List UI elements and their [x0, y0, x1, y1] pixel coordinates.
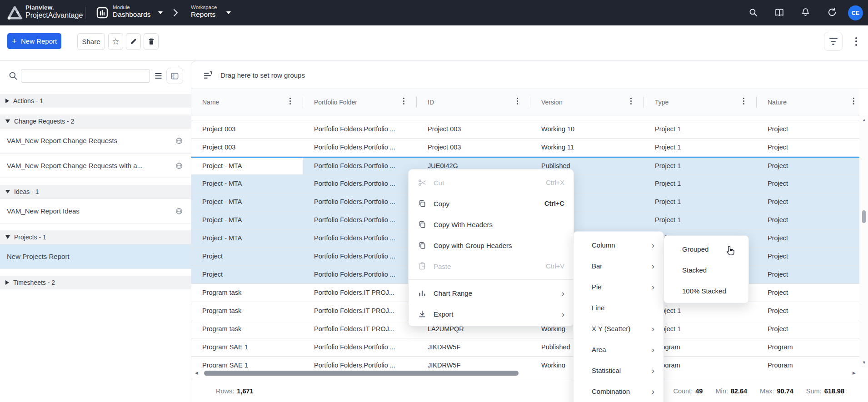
column-header-folder[interactable]: Portfolio Folder — [303, 89, 417, 115]
cell-id[interactable]: Project 003 — [417, 120, 530, 138]
cell-nature[interactable]: Project — [757, 229, 859, 247]
chart-menu-item-bar[interactable]: Bar› — [574, 255, 663, 276]
scroll-up-icon[interactable]: ▲ — [862, 118, 866, 122]
cell-name[interactable]: Project - MTA — [191, 229, 303, 247]
bell-icon[interactable] — [801, 7, 810, 17]
cell-name[interactable]: Program task — [191, 320, 303, 338]
favorite-button[interactable]: ☆ — [108, 33, 123, 50]
workspace-selector[interactable]: Workspace Reports — [191, 5, 217, 19]
chart-menu-item-statistical[interactable]: Statistical› — [574, 360, 663, 381]
chart-menu-item-combination[interactable]: Combination› — [574, 381, 663, 402]
cell-name[interactable]: Project — [191, 266, 303, 283]
context-menu-item-export[interactable]: Export› — [409, 303, 574, 324]
edit-button[interactable] — [126, 33, 141, 50]
list-menu-icon[interactable] — [154, 71, 163, 80]
cell-nature[interactable]: Project — [757, 320, 859, 338]
workspace-chevron-down-icon[interactable] — [226, 11, 231, 14]
delete-button[interactable] — [144, 33, 159, 50]
cell-folder[interactable]: Portfolio Folders.IT PROJ... — [303, 302, 417, 320]
cell-name[interactable]: Project - MTA — [191, 158, 303, 174]
cell-folder[interactable]: Portfolio Folders.IT PROJ... — [303, 284, 417, 302]
more-options-button[interactable] — [849, 34, 863, 49]
cell-type[interactable]: Project 1 — [644, 120, 757, 138]
cell-name[interactable]: Program task — [191, 284, 303, 302]
chevron-expanded-icon[interactable] — [5, 119, 10, 123]
column-menu-kebab-icon[interactable] — [289, 98, 291, 104]
column-menu-kebab-icon[interactable] — [517, 98, 518, 104]
chart-menu-item-column[interactable]: Column› — [574, 234, 663, 255]
vertical-scrollbar[interactable]: ▲ ▼ — [859, 115, 868, 367]
scroll-left-icon[interactable]: ◀ — [195, 371, 198, 375]
filter-button[interactable] — [824, 32, 843, 51]
table-row[interactable]: Project 003Portfolio Folders.Portfolio .… — [191, 120, 859, 139]
cell-type[interactable]: Project 1 — [644, 175, 757, 193]
chevron-expanded-icon[interactable] — [5, 235, 10, 239]
column-menu-kebab-icon[interactable] — [743, 98, 744, 104]
cell-name[interactable]: Project 003 — [191, 139, 303, 156]
cell-nature[interactable]: Project — [757, 120, 859, 138]
cell-version[interactable]: Working 11 — [530, 139, 644, 156]
cell-folder[interactable]: Portfolio Folders.Portfolio ... — [303, 175, 417, 193]
cell-folder[interactable]: Portfolio Folders.Portfolio ... — [303, 248, 417, 265]
cell-name[interactable]: Project 003 — [191, 120, 303, 138]
cell-nature[interactable]: Project — [757, 284, 859, 302]
cell-folder[interactable]: Portfolio Folders.Portfolio ... — [303, 211, 417, 229]
context-menu-item-paste[interactable]: PasteCtrl+V — [409, 256, 574, 277]
cell-folder[interactable]: Portfolio Folders.IT PROJ... — [303, 320, 417, 338]
column-header-id[interactable]: ID — [417, 89, 530, 115]
cell-nature[interactable]: Project — [757, 266, 859, 283]
cell-nature[interactable]: Project — [757, 193, 859, 211]
table-row[interactable]: Program SAE 1Portfolio Folders.Portfolio… — [191, 338, 859, 357]
cell-folder[interactable]: Portfolio Folders.Portfolio ... — [303, 338, 417, 356]
cell-nature[interactable]: Project — [757, 211, 859, 229]
cell-type[interactable]: Project 1 — [644, 211, 757, 229]
module-chevron-down-icon[interactable] — [158, 11, 163, 14]
cell-nature[interactable]: Project — [757, 248, 859, 265]
column-header-name[interactable]: Name — [191, 89, 303, 115]
cell-name[interactable]: Program SAE 1 — [191, 338, 303, 356]
tree-item[interactable]: VAM_New Report Change Requests with a... — [0, 153, 191, 178]
brand-text[interactable]: Planview. ProjectAdvantage — [25, 4, 83, 20]
chevron-expanded-icon[interactable] — [5, 190, 10, 194]
refresh-icon[interactable] — [827, 7, 837, 17]
column-menu-kebab-icon[interactable] — [853, 98, 854, 104]
cell-folder[interactable]: Portfolio Folders.Portfolio ... — [303, 158, 417, 174]
cell-name[interactable]: Program SAE 1 — [191, 357, 303, 367]
cell-folder[interactable]: Portfolio Folders.Portfolio ... — [303, 229, 417, 247]
chart-menu-item-line[interactable]: Line — [574, 297, 663, 318]
cell-folder[interactable]: Portfolio Folders.Portfolio ... — [303, 266, 417, 283]
cell-folder[interactable]: Portfolio Folders.Portfolio ... — [303, 139, 417, 156]
tree-group-change[interactable]: Change Requests - 2 — [0, 114, 191, 128]
chart-menu-item-pie[interactable]: Pie› — [574, 276, 663, 297]
chart-menu-item-area[interactable]: Area› — [574, 339, 663, 360]
column-menu-item-100-stacked[interactable]: 100% Stacked — [664, 280, 748, 301]
context-menu-item-chart-range[interactable]: Chart Range› — [409, 283, 574, 303]
horizontal-scrollbar[interactable]: ◀ ▶ — [191, 367, 859, 379]
column-menu-item-stacked[interactable]: Stacked — [664, 259, 748, 280]
cell-version[interactable]: Working 10 — [530, 120, 644, 138]
cell-folder[interactable]: Portfolio Folders.Portfolio ... — [303, 193, 417, 211]
context-menu-item-copy-with-headers[interactable]: Copy With Headers — [409, 214, 574, 235]
cell-nature[interactable]: Project — [757, 158, 859, 174]
scroll-right-icon[interactable]: ▶ — [853, 371, 856, 375]
cell-type[interactable]: Project 1 — [644, 139, 757, 156]
tree-item[interactable]: VAM_New Report Change Requests — [0, 128, 191, 153]
chart-menu-item-x-y-scatter-[interactable]: X Y (Scatter)› — [574, 318, 663, 339]
cell-nature[interactable]: Project — [757, 139, 859, 156]
cell-folder[interactable]: Portfolio Folders.Portfolio ... — [303, 120, 417, 138]
cell-nature[interactable]: Project — [757, 175, 859, 193]
column-header-version[interactable]: Version — [530, 89, 644, 115]
row-group-dropzone[interactable]: Drag here to set row groups — [191, 61, 868, 89]
cell-nature[interactable]: Program — [757, 357, 859, 367]
column-menu-kebab-icon[interactable] — [630, 98, 632, 104]
search-icon[interactable] — [748, 8, 758, 17]
sidebar-search-input[interactable] — [21, 69, 150, 83]
context-menu-item-copy[interactable]: CopyCtrl+C — [409, 193, 574, 214]
table-row[interactable] — [191, 115, 859, 120]
cell-folder[interactable]: Portfolio Folders.Portfolio ... — [303, 357, 417, 367]
cell-id[interactable]: JIKDRW5F — [417, 338, 530, 356]
cell-name[interactable]: Project - MTA — [191, 193, 303, 211]
cell-name[interactable]: Program task — [191, 302, 303, 320]
collapse-panel-button[interactable] — [166, 68, 183, 84]
cell-id[interactable]: Project 003 — [417, 139, 530, 156]
